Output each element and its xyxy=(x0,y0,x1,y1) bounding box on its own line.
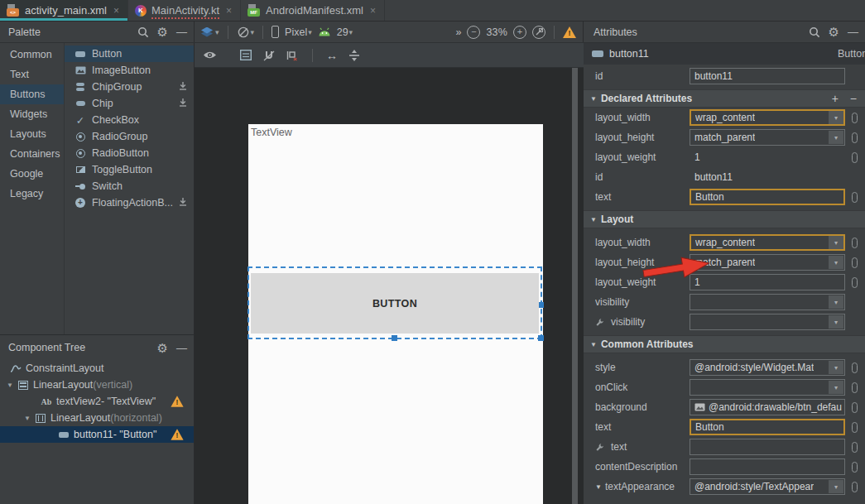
chevron-down-icon[interactable]: ▾ xyxy=(829,131,843,144)
chevron-down-icon[interactable]: ▾ xyxy=(829,361,843,374)
flag-toggle-icon[interactable] xyxy=(852,442,858,453)
layout-height-combo[interactable]: match_parent▾ xyxy=(690,129,845,146)
zoom-in-button[interactable]: + xyxy=(513,26,526,39)
category-text[interactable]: Text xyxy=(0,65,64,84)
style-combo[interactable]: @android:style/Widget.Mat▾ xyxy=(690,359,845,376)
canvas-button[interactable]: BUTTON xyxy=(251,273,539,334)
close-icon[interactable]: × xyxy=(370,5,376,17)
canvas-textview[interactable]: TextView xyxy=(251,127,292,138)
category-widgets[interactable]: Widgets xyxy=(0,104,64,124)
orientation-icon[interactable]: ▾ xyxy=(237,26,255,39)
text-input[interactable]: Button xyxy=(690,189,845,205)
tab-androidmanifest-xml[interactable]: MF AndroidManifest.xml × xyxy=(241,0,385,21)
chevron-down-icon[interactable]: ▾ xyxy=(829,256,843,269)
search-icon[interactable] xyxy=(137,26,149,38)
flag-toggle-icon[interactable] xyxy=(852,462,858,473)
palette-item-floatingactionbutton[interactable]: + FloatingActionB... xyxy=(65,194,194,211)
autoconnect-off-magnet-icon[interactable] xyxy=(262,50,276,61)
infer-constraints-icon[interactable]: ↔ xyxy=(326,49,338,62)
collapse-icon[interactable]: ▼ xyxy=(590,95,597,103)
gear-icon[interactable]: ⚙ xyxy=(157,26,168,38)
palette-item-button[interactable]: Button xyxy=(65,46,194,62)
add-attribute-button[interactable]: + xyxy=(832,92,839,105)
text-input[interactable]: Button xyxy=(690,419,845,435)
warnings-icon[interactable]: ! xyxy=(563,26,576,38)
tab-activity-main-xml[interactable]: <> activity_main.xml × xyxy=(0,0,128,21)
category-legacy[interactable]: Legacy xyxy=(0,184,64,204)
tools-visibility-combo[interactable]: ▾ xyxy=(690,314,845,330)
flag-toggle-icon[interactable] xyxy=(852,362,858,373)
chevron-down-icon[interactable]: ▾ xyxy=(829,381,843,394)
tree-item-button11[interactable]: button11- "Button" ! xyxy=(0,426,194,443)
layout-weight-value[interactable]: 1 xyxy=(690,151,700,163)
remove-attribute-button[interactable]: − xyxy=(850,92,857,105)
resize-handle-bottom[interactable] xyxy=(392,335,397,341)
device-screen[interactable]: TextView BUTTON xyxy=(248,124,543,504)
tree-item-textview2[interactable]: Ab textView2- "TextView" ! xyxy=(0,393,194,410)
tree-item-constraintlayout[interactable]: ConstraintLayout xyxy=(0,360,194,377)
api-level-selector[interactable]: 29▾ xyxy=(337,26,353,38)
search-icon[interactable] xyxy=(809,26,820,38)
chevron-down-icon[interactable]: ▾ xyxy=(829,315,843,329)
palette-item-radiogroup[interactable]: RadioGroup xyxy=(65,128,194,145)
expand-icon[interactable]: ▼ xyxy=(595,483,602,491)
tree-item-linearlayout-vertical[interactable]: ▼ LinearLayout(vertical) xyxy=(0,377,194,393)
section-common-attributes[interactable]: ▼ Common Attributes xyxy=(584,335,865,353)
category-google[interactable]: Google xyxy=(0,164,64,184)
palette-item-imagebutton[interactable]: ImageButton xyxy=(65,62,194,79)
flag-toggle-icon[interactable] xyxy=(852,402,858,413)
section-layout[interactable]: ▼ Layout xyxy=(584,210,865,228)
collapse-icon[interactable]: ▼ xyxy=(590,216,597,223)
expand-icon[interactable]: ▼ xyxy=(7,382,17,389)
category-containers[interactable]: Containers xyxy=(0,144,64,164)
palette-item-checkbox[interactable]: ✓ CheckBox xyxy=(65,112,194,128)
flag-toggle-icon[interactable] xyxy=(852,113,858,123)
flag-toggle-icon[interactable] xyxy=(852,277,858,288)
clear-constraints-icon[interactable]: × xyxy=(286,50,299,61)
resize-handle-right[interactable] xyxy=(538,302,544,308)
background-input[interactable]: @android:drawable/btn_defau xyxy=(690,399,845,415)
chevron-down-icon[interactable]: ▾ xyxy=(829,236,843,249)
palette-item-chipgroup[interactable]: ChipGroup xyxy=(65,79,194,95)
overflow-chevrons-icon[interactable]: » xyxy=(455,26,461,38)
tree-item-linearlayout-horizontal[interactable]: ▼ LinearLayout(horizontal) xyxy=(0,410,194,426)
flag-toggle-icon[interactable] xyxy=(852,257,858,268)
flag-toggle-icon[interactable] xyxy=(852,422,858,433)
layout-width-combo[interactable]: wrap_content▾ xyxy=(690,234,845,251)
gear-icon[interactable]: ⚙ xyxy=(157,342,168,354)
flag-toggle-icon[interactable] xyxy=(852,192,858,203)
close-icon[interactable]: × xyxy=(226,5,232,17)
hide-panel-icon[interactable]: — xyxy=(176,26,187,38)
chevron-down-icon[interactable]: ▾ xyxy=(829,480,843,493)
gear-icon[interactable]: ⚙ xyxy=(829,26,839,38)
palette-item-radiobutton[interactable]: RadioButton xyxy=(65,145,194,161)
content-description-input[interactable] xyxy=(690,458,845,475)
layout-width-combo[interactable]: wrap_content▾ xyxy=(690,109,845,126)
category-layouts[interactable]: Layouts xyxy=(0,124,64,144)
device-selector[interactable]: Pixel▾ xyxy=(285,26,312,38)
expand-icon[interactable]: ▼ xyxy=(24,415,35,422)
default-margins-icon[interactable] xyxy=(348,50,360,61)
flag-toggle-icon[interactable] xyxy=(852,482,858,492)
palette-item-switch[interactable]: Switch xyxy=(65,178,194,194)
tools-text-input[interactable] xyxy=(690,439,845,455)
view-options-eye-icon[interactable] xyxy=(203,50,217,60)
section-declared-attributes[interactable]: ▼ Declared Attributes + − xyxy=(584,89,865,108)
visibility-combo[interactable]: ▾ xyxy=(690,294,845,310)
zoom-out-button[interactable]: − xyxy=(467,26,480,39)
tab-mainactivity-kt[interactable]: K MainActivity.kt × xyxy=(128,0,241,21)
flag-toggle-icon[interactable] xyxy=(852,132,858,143)
flag-toggle-icon[interactable] xyxy=(852,382,858,393)
onclick-combo[interactable]: ▾ xyxy=(690,379,845,396)
zoom-to-fit-button[interactable] xyxy=(532,26,545,39)
text-appearance-combo[interactable]: @android:style/TextAppear▾ xyxy=(690,478,845,495)
hide-panel-icon[interactable]: — xyxy=(848,26,858,38)
category-buttons[interactable]: Buttons xyxy=(0,84,64,104)
palette-item-chip[interactable]: Chip xyxy=(65,95,194,112)
chevron-down-icon[interactable]: ▾ xyxy=(829,295,843,309)
flag-toggle-icon[interactable] xyxy=(852,152,858,163)
id-input[interactable]: button11 xyxy=(690,68,845,84)
collapse-icon[interactable]: ▼ xyxy=(590,341,597,348)
category-common[interactable]: Common xyxy=(0,45,64,65)
hide-panel-icon[interactable]: — xyxy=(176,342,187,354)
